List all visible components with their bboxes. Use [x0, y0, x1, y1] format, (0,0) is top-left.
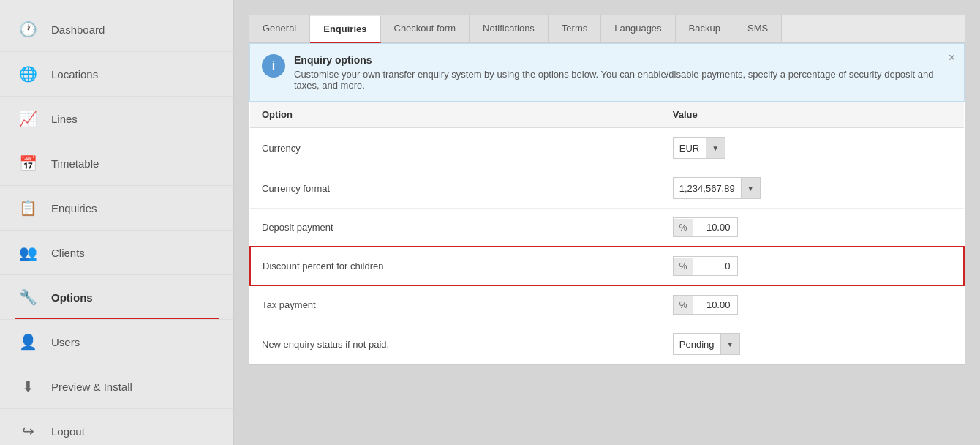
main-content: GeneralEnquiriesCheckout formNotificatio… — [234, 0, 980, 445]
tab-general[interactable]: General — [249, 15, 310, 42]
sidebar-item-timetable[interactable]: 📅 Timetable — [0, 141, 233, 186]
tab-enquiries[interactable]: Enquiries — [310, 16, 380, 43]
option-label: Currency format — [250, 168, 661, 209]
tab-notifications[interactable]: Notifications — [470, 15, 549, 42]
preview-install-icon: ⬇ — [15, 373, 41, 400]
sidebar-item-enquiries[interactable]: 📋 Enquiries — [0, 186, 233, 231]
table-row: Currency format1,234,567.89▼ — [250, 168, 964, 209]
percent-input-wrapper[interactable]: %10.00 — [673, 217, 739, 237]
tab-languages[interactable]: Languages — [601, 15, 675, 42]
sidebar-item-preview-install[interactable]: ⬇ Preview & Install — [0, 364, 233, 409]
select-5[interactable]: Pending — [674, 335, 720, 354]
sidebar-item-locations[interactable]: 🌐 Locations — [0, 52, 233, 97]
option-label: Deposit payment — [250, 209, 661, 247]
sidebar-label-logout: Logout — [51, 425, 85, 438]
sidebar-item-dashboard[interactable]: 🕐 Dashboard — [0, 7, 233, 52]
sidebar-label-dashboard: Dashboard — [51, 23, 105, 36]
percent-icon: % — [674, 258, 694, 275]
option-label: Discount percent for children — [250, 247, 661, 285]
tab-terms[interactable]: Terms — [549, 15, 601, 42]
dashboard-icon: 🕐 — [15, 16, 41, 42]
table-row: CurrencyEUR▼ — [250, 128, 964, 168]
content-panel: i Enquiry options Customise your own tra… — [249, 42, 965, 365]
percent-icon: % — [674, 296, 694, 314]
option-value[interactable]: %0 — [661, 247, 964, 285]
info-description: Customise your own transfer enquiry syst… — [294, 69, 952, 91]
dropdown-arrow-icon[interactable]: ▼ — [706, 138, 725, 158]
sidebar-label-locations: Locations — [51, 68, 98, 81]
options-table: Option Value CurrencyEUR▼Currency format… — [249, 102, 965, 364]
sidebar: 🕐 Dashboard 🌐 Locations 📈 Lines 📅 Timeta… — [0, 0, 234, 445]
percent-input-wrapper[interactable]: %0 — [673, 256, 739, 276]
clients-icon: 👥 — [15, 239, 41, 266]
option-value[interactable]: Pending▼ — [661, 324, 964, 364]
tab-checkout-form[interactable]: Checkout form — [381, 15, 470, 42]
select-1[interactable]: 1,234,567.89 — [674, 179, 741, 198]
option-label: Tax payment — [250, 285, 661, 324]
lines-icon: 📈 — [15, 105, 41, 132]
timetable-icon: 📅 — [15, 150, 41, 176]
percent-icon: % — [674, 219, 694, 236]
sidebar-item-logout[interactable]: ↪ Logout — [0, 409, 233, 445]
table-row: Tax payment%10.00 — [250, 285, 964, 324]
info-title: Enquiry options — [294, 54, 952, 66]
select-wrapper[interactable]: EUR▼ — [673, 137, 725, 159]
sidebar-item-users[interactable]: 👤 Users — [0, 320, 233, 364]
users-icon: 👤 — [15, 329, 41, 355]
dropdown-arrow-icon[interactable]: ▼ — [720, 334, 739, 354]
info-icon: i — [262, 54, 285, 78]
sidebar-label-preview-install: Preview & Install — [51, 381, 132, 393]
percent-value[interactable]: 10.00 — [693, 296, 737, 314]
table-row: Discount percent for children%0 — [250, 247, 964, 285]
option-value[interactable]: %10.00 — [661, 285, 964, 324]
percent-value[interactable]: 0 — [693, 257, 737, 275]
option-value[interactable]: %10.00 — [661, 209, 964, 247]
info-box: i Enquiry options Customise your own tra… — [249, 43, 965, 102]
option-label: New enquiry status if not paid. — [250, 324, 661, 364]
percent-input-wrapper[interactable]: %10.00 — [673, 295, 739, 315]
option-value[interactable]: EUR▼ — [661, 128, 964, 168]
select-0[interactable]: EUR — [674, 139, 706, 157]
options-icon: 🔧 — [15, 284, 41, 310]
dropdown-arrow-icon[interactable]: ▼ — [741, 178, 760, 198]
select-wrapper[interactable]: Pending▼ — [673, 333, 740, 355]
percent-value[interactable]: 10.00 — [693, 218, 737, 236]
sidebar-item-options[interactable]: 🔧 Options — [0, 275, 233, 320]
sidebar-label-timetable: Timetable — [51, 157, 99, 170]
tab-sms[interactable]: SMS — [734, 15, 782, 42]
select-wrapper[interactable]: 1,234,567.89▼ — [673, 177, 761, 199]
logout-icon: ↪ — [15, 418, 41, 444]
sidebar-item-clients[interactable]: 👥 Clients — [0, 231, 233, 275]
table-row: New enquiry status if not paid.Pending▼ — [250, 324, 964, 364]
sidebar-label-users: Users — [51, 336, 80, 348]
sidebar-label-lines: Lines — [51, 113, 78, 125]
sidebar-label-options: Options — [51, 291, 93, 304]
option-label: Currency — [250, 128, 661, 168]
tabs-bar: GeneralEnquiriesCheckout formNotificatio… — [249, 15, 965, 42]
table-row: Deposit payment%10.00 — [250, 209, 964, 247]
col-option: Option — [250, 102, 661, 128]
tab-backup[interactable]: Backup — [676, 15, 734, 42]
locations-icon: 🌐 — [15, 61, 41, 87]
option-value[interactable]: 1,234,567.89▼ — [661, 168, 964, 209]
col-value: Value — [661, 102, 964, 128]
sidebar-label-enquiries: Enquiries — [51, 202, 97, 214]
enquiries-icon: 📋 — [15, 195, 41, 221]
sidebar-item-lines[interactable]: 📈 Lines — [0, 97, 233, 141]
close-icon[interactable]: × — [949, 51, 955, 64]
sidebar-label-clients: Clients — [51, 247, 85, 259]
